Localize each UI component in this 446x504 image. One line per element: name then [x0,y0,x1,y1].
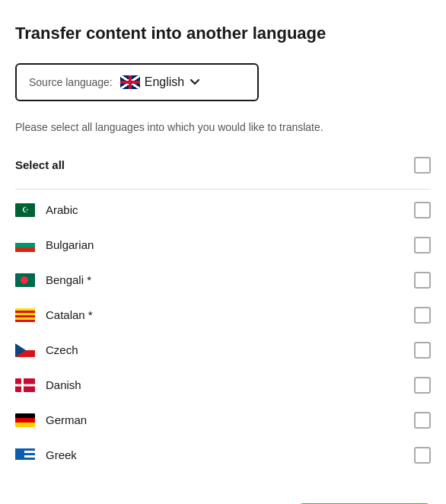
language-name: Bulgarian [46,238,403,251]
catalan-flag-icon [15,308,35,322]
select-all-label: Select all [15,158,403,171]
list-item[interactable]: Greek [15,438,431,473]
language-name: Bengali * [46,273,403,286]
list-item[interactable]: Bengali * [15,263,431,298]
language-name: Danish [46,378,403,391]
select-all-row[interactable]: Select all [15,151,431,186]
catalan-checkbox[interactable] [414,307,431,324]
german-flag-icon [15,413,35,427]
greek-checkbox[interactable] [414,447,431,464]
list-item[interactable]: Czech [15,333,431,368]
chevron-down-icon [189,76,201,88]
dialog-title: Transfer content into another language [15,23,431,45]
bengali-flag-icon [15,273,35,287]
list-item[interactable]: Arabic [15,193,431,228]
source-language-box[interactable]: Source language: English [15,63,259,101]
danish-checkbox[interactable] [414,377,431,394]
language-list: Select all Arabic Bulgarian Bengali * Ca… [15,151,431,473]
arabic-checkbox[interactable] [414,202,431,219]
bengali-checkbox[interactable] [414,272,431,289]
dialog-footer: Cancel Take over now [15,497,431,504]
bulgarian-checkbox[interactable] [414,237,431,254]
language-select-row[interactable]: English [120,75,201,89]
danish-flag-icon [15,378,35,392]
select-all-checkbox[interactable] [414,157,431,174]
list-item[interactable]: Danish [15,368,431,403]
source-language-value: English [145,75,184,89]
list-item[interactable]: Bulgarian [15,228,431,263]
list-item[interactable]: German [15,403,431,438]
german-checkbox[interactable] [414,412,431,429]
bulgarian-flag-icon [15,238,35,252]
language-name: Arabic [46,203,403,216]
source-language-label: Source language: [29,76,113,88]
language-name: Catalan * [46,308,403,321]
uk-flag-icon [120,75,140,89]
select-description: Please select all languages into which y… [15,120,431,136]
language-name: Greek [46,448,403,461]
transfer-dialog: Transfer content into another language S… [15,23,431,504]
greek-flag-icon [15,448,35,462]
divider [15,189,431,190]
language-name: Czech [46,343,403,356]
arabic-flag-icon [15,203,35,217]
list-item[interactable]: Catalan * [15,298,431,333]
czech-flag-icon [15,343,35,357]
czech-checkbox[interactable] [414,342,431,359]
language-name: German [46,413,403,426]
